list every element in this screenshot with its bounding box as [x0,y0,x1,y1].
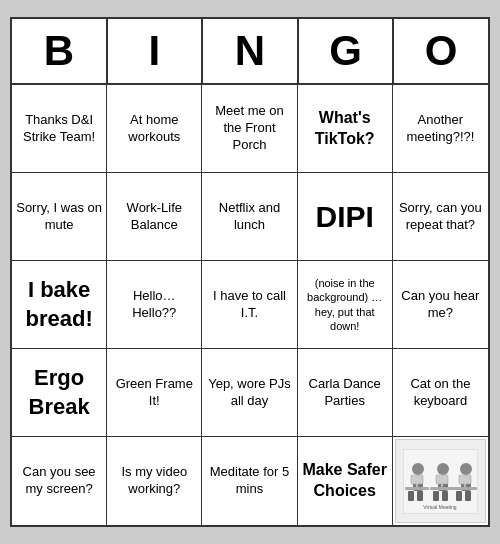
bingo-cell: Ergo Break [12,349,107,437]
header-letter: B [12,19,108,83]
bingo-cell: Meditate for 5 mins [202,437,297,525]
bingo-cell: Thanks D&I Strike Team! [12,85,107,173]
svg-rect-4 [417,491,423,501]
svg-point-15 [460,463,472,475]
svg-rect-6 [411,475,423,484]
svg-rect-10 [433,491,439,501]
bingo-grid: Thanks D&I Strike Team!At home workoutsM… [12,85,488,525]
bingo-cell: Virtual Meeting [393,437,488,525]
bingo-cell: Sorry, can you repeat that? [393,173,488,261]
bingo-cell: Make Safer Choices [298,437,393,525]
bingo-image: Virtual Meeting [395,439,486,523]
bingo-cell: Sorry, I was on mute [12,173,107,261]
bingo-cell: Cat on the keyboard [393,349,488,437]
bingo-cell: Yep, wore PJs all day [202,349,297,437]
svg-rect-5 [405,487,429,490]
header-letter: I [108,19,204,83]
bingo-cell: Can you see my screen? [12,437,107,525]
bingo-cell: (noise in the background) … hey, put tha… [298,261,393,349]
header-letter: G [299,19,395,83]
bingo-cell: Is my video working? [107,437,202,525]
svg-rect-13 [436,475,448,484]
svg-rect-20 [459,475,471,484]
bingo-cell: I bake bread! [12,261,107,349]
bingo-cell: Green Frame It! [107,349,202,437]
svg-rect-3 [408,491,414,501]
svg-rect-19 [453,487,477,490]
svg-rect-21 [464,484,466,487]
svg-point-8 [437,463,449,475]
svg-rect-18 [465,491,471,501]
bingo-cell: Can you hear me? [393,261,488,349]
bingo-cell: Carla Dance Parties [298,349,393,437]
bingo-cell: Meet me on the Front Porch [202,85,297,173]
header-letter: N [203,19,299,83]
bingo-cell: At home workouts [107,85,202,173]
bingo-cell: I have to call I.T. [202,261,297,349]
header-letter: O [394,19,488,83]
svg-rect-11 [442,491,448,501]
bingo-card: BINGO Thanks D&I Strike Team!At home wor… [10,17,490,527]
svg-rect-7 [416,484,418,487]
bingo-header: BINGO [12,19,488,85]
bingo-cell: Hello… Hello?? [107,261,202,349]
svg-rect-12 [430,487,454,490]
bingo-cell: Netflix and lunch [202,173,297,261]
svg-text:Virtual Meeting: Virtual Meeting [423,504,456,510]
bingo-cell: What's TikTok? [298,85,393,173]
bingo-cell: Work-Life Balance [107,173,202,261]
bingo-cell: DIPI [298,173,393,261]
svg-point-1 [412,463,424,475]
svg-rect-14 [441,484,443,487]
svg-rect-17 [456,491,462,501]
bingo-cell: Another meeting?!?! [393,85,488,173]
